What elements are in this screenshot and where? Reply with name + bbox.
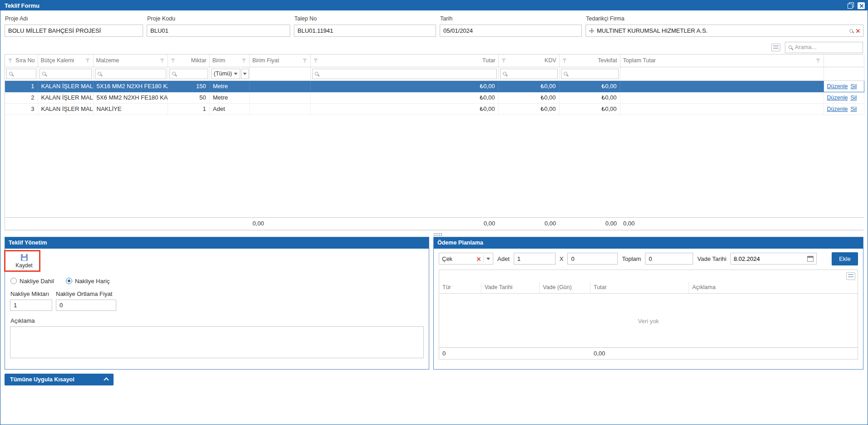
- cell-sira-no: 2: [5, 92, 38, 103]
- cell-kdv: ₺0,00: [498, 92, 559, 103]
- window-title: Teklif Formu: [5, 2, 40, 9]
- nakliye-dahil-radio[interactable]: Nakliye Dahil: [10, 278, 54, 285]
- col-butce-kalemi[interactable]: Bütçe Kalemi: [41, 57, 74, 64]
- plus-icon: [589, 28, 594, 33]
- nakliye-miktari-input[interactable]: [10, 300, 52, 311]
- cell-birim-fiyat: [249, 80, 310, 92]
- proje-adi-input[interactable]: [5, 25, 143, 37]
- filter-funnel-icon[interactable]: [85, 59, 90, 63]
- col-toplam-tutar[interactable]: Toplam Tutar: [623, 57, 656, 64]
- filter-tevkifat-input[interactable]: [570, 70, 616, 77]
- table-row[interactable]: 2 KALAN İŞLER MALZEME 5X6 MM2 N2XH FE180…: [5, 92, 864, 103]
- tarih-input[interactable]: [440, 25, 582, 37]
- proje-kodu-input[interactable]: [147, 25, 290, 37]
- filter-sira-no-input[interactable]: [15, 70, 34, 77]
- vade-tarihi-input[interactable]: [734, 255, 804, 262]
- sil-link[interactable]: Sil: [850, 83, 857, 90]
- cell-birim: Adet: [209, 103, 249, 115]
- col-aciklama[interactable]: Açıklama: [689, 282, 858, 293]
- col-tevkifat[interactable]: Tevkifat: [598, 57, 617, 64]
- nakliye-ortalama-input[interactable]: [56, 300, 116, 311]
- filter-butce-kalemi[interactable]: [40, 69, 92, 79]
- filter-birim-mode-button[interactable]: [241, 69, 249, 79]
- cell-sira-no: 1: [5, 80, 38, 92]
- filter-funnel-icon[interactable]: [816, 59, 821, 63]
- payment-grid: Tür Vade Tarihi Vade (Gün) Tutar Açıklam…: [439, 270, 858, 360]
- nakliye-ortalama-label: Nakliye Ortlama Fiyat: [56, 290, 112, 297]
- filter-funnel-icon[interactable]: [501, 59, 506, 63]
- tedarikci-clear-icon[interactable]: [856, 29, 860, 33]
- filter-malzeme-input[interactable]: [104, 70, 164, 77]
- filter-funnel-icon[interactable]: [160, 59, 165, 63]
- tumune-uygula-kisayol-button[interactable]: Tümüne Uygula Kısayol: [5, 374, 114, 385]
- col-vade-gun[interactable]: Vade (Gün): [540, 282, 590, 293]
- sil-link[interactable]: Sil: [850, 95, 857, 101]
- odeme-tur-select[interactable]: Çek: [439, 253, 493, 265]
- col-vade-tarihi[interactable]: Vade Tarihi: [481, 282, 540, 293]
- col-sira-no[interactable]: Sıra No: [15, 57, 35, 64]
- col-birim-fiyat[interactable]: Birim Fiyat: [253, 57, 279, 64]
- filter-tevkifat[interactable]: [561, 69, 619, 79]
- chevron-up-icon: [104, 377, 109, 382]
- col-tutar[interactable]: Tutar: [590, 282, 689, 293]
- filter-miktar-input[interactable]: [178, 70, 205, 77]
- nakliye-haric-label: Nakliye Hariç: [75, 278, 110, 285]
- filter-miktar[interactable]: [169, 69, 208, 79]
- toplam-input[interactable]: [645, 253, 693, 265]
- cell-butce-kalemi: KALAN İŞLER MALZEME: [38, 80, 93, 92]
- filter-funnel-icon[interactable]: [303, 59, 308, 63]
- calendar-icon[interactable]: [807, 256, 813, 262]
- filter-kdv[interactable]: [500, 69, 558, 79]
- talep-no-input[interactable]: [294, 25, 436, 37]
- cell-miktar: 150: [168, 80, 209, 92]
- sil-link[interactable]: Sil: [850, 106, 857, 112]
- vade-tarihi-field[interactable]: [730, 253, 817, 265]
- filter-kdv-input[interactable]: [509, 70, 555, 77]
- nakliye-dahil-label: Nakliye Dahil: [20, 278, 54, 285]
- save-icon: [21, 254, 28, 261]
- table-row[interactable]: 1 KALAN İŞLER MALZEME 5X16 MM2 N2XH FE18…: [5, 80, 864, 92]
- table-row[interactable]: 3 KALAN İŞLER MALZEME NAKLİYE 1 Adet ₺0,…: [5, 103, 864, 115]
- col-birim[interactable]: Birim: [213, 57, 225, 64]
- filter-tutar-input[interactable]: [321, 70, 494, 77]
- col-tur[interactable]: Tür: [439, 282, 481, 293]
- payment-column-chooser-icon[interactable]: [846, 272, 855, 280]
- duzenle-link[interactable]: Düzenle: [827, 95, 848, 101]
- grid-search-input[interactable]: [795, 44, 859, 50]
- ekle-button[interactable]: Ekle: [832, 252, 858, 265]
- filter-birim-select[interactable]: (Tümü): [211, 69, 240, 79]
- filter-tutar[interactable]: [312, 69, 497, 79]
- kaydet-button[interactable]: Kaydet: [10, 252, 38, 270]
- duzenle-link[interactable]: Düzenle: [827, 83, 848, 90]
- filter-funnel-icon[interactable]: [562, 59, 567, 63]
- chevron-down-icon: [243, 73, 247, 75]
- close-window-icon[interactable]: [858, 2, 865, 9]
- x-input[interactable]: [567, 253, 618, 265]
- tedarikci-firma-input[interactable]: MULTINET KURUMSAL HIZMETLER A.S.: [585, 25, 863, 37]
- column-chooser-icon[interactable]: [771, 44, 780, 51]
- filter-funnel-icon[interactable]: [8, 59, 13, 63]
- radio-checked-icon: [66, 278, 72, 284]
- field-tedarikci-firma: Tedarikçi Firma MULTINET KURUMSAL HIZMET…: [585, 15, 863, 37]
- col-tutar[interactable]: Tutar: [482, 57, 496, 64]
- nakliye-haric-radio[interactable]: Nakliye Hariç: [66, 278, 110, 285]
- col-malzeme[interactable]: Malzeme: [96, 57, 119, 64]
- col-miktar[interactable]: Miktar: [191, 57, 206, 64]
- tur-clear-icon[interactable]: [476, 257, 481, 261]
- col-kdv[interactable]: KDV: [545, 57, 556, 64]
- filter-funnel-icon[interactable]: [242, 59, 247, 63]
- duzenle-link[interactable]: Düzenle: [827, 106, 848, 112]
- titlebar: Teklif Formu: [0, 0, 868, 10]
- filter-sira-no[interactable]: [6, 69, 36, 79]
- filter-butce-kalemi-input[interactable]: [48, 70, 89, 77]
- adet-input[interactable]: [514, 253, 556, 265]
- tedarikci-search-icon[interactable]: [849, 29, 853, 33]
- filter-funnel-icon[interactable]: [313, 59, 318, 63]
- filter-malzeme[interactable]: [95, 69, 166, 79]
- aciklama-textarea[interactable]: [10, 326, 424, 358]
- grid-searchbox[interactable]: [785, 42, 863, 53]
- horizontal-splitter[interactable]: [0, 230, 868, 237]
- payment-tutar-sum: 0,00: [594, 350, 605, 357]
- restore-window-icon[interactable]: [848, 2, 854, 9]
- filter-funnel-icon[interactable]: [171, 59, 176, 63]
